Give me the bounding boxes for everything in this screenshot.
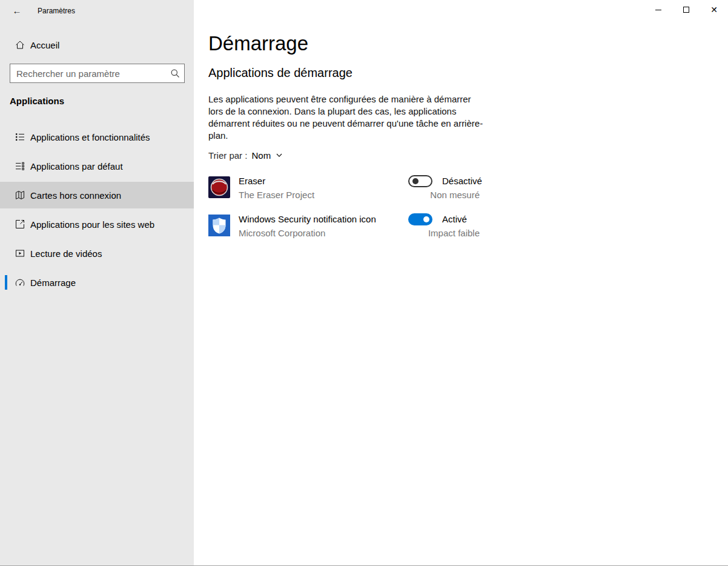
app-name: Windows Security notification icon	[239, 213, 376, 225]
sidebar-item-apps-for-websites[interactable]: Applications pour les sites web	[0, 211, 194, 238]
sidebar-item-home[interactable]: Accueil	[0, 35, 194, 55]
sidebar: ← Paramètres Accueil Applications	[0, 0, 194, 565]
startup-toggle[interactable]	[408, 213, 432, 225]
sidebar-item-label: Accueil	[30, 40, 59, 50]
close-button[interactable]: ✕	[700, 0, 728, 19]
minimize-button[interactable]	[644, 0, 672, 19]
app-publisher: Microsoft Corporation	[239, 227, 376, 239]
maximize-button[interactable]	[672, 0, 700, 19]
settings-window: ← Paramètres Accueil Applications	[0, 0, 728, 566]
minimize-icon	[655, 10, 661, 10]
sort-label: Trier par :	[208, 150, 247, 161]
offline-maps-icon	[15, 190, 25, 200]
sidebar-item-label: Applications pour les sites web	[30, 219, 154, 230]
startup-app-row: Windows Security notification icon Micro…	[208, 213, 481, 241]
windows-security-app-icon	[208, 215, 230, 236]
startup-icon	[15, 278, 25, 287]
impact-label: Impact faible	[408, 227, 480, 239]
toggle-area: Désactivé Non mesuré	[408, 175, 480, 202]
sidebar-item-default-apps[interactable]: Applications par défaut	[0, 153, 194, 179]
sort-row: Trier par : Nom	[208, 150, 283, 161]
window-title: Paramètres	[38, 7, 75, 15]
toggle-knob	[412, 178, 419, 184]
sidebar-item-offline-maps[interactable]: Cartes hors connexion	[0, 182, 194, 208]
apps-for-websites-icon	[15, 219, 25, 229]
page-description: Les applications peuvent être configurée…	[208, 93, 486, 142]
default-apps-icon	[15, 161, 25, 171]
search-box	[10, 64, 185, 83]
search-input[interactable]	[10, 64, 165, 82]
sidebar-item-label: Applications par défaut	[30, 161, 123, 171]
sidebar-item-label: Démarrage	[30, 278, 76, 288]
sort-value: Nom	[251, 150, 271, 161]
startup-toggle[interactable]	[408, 175, 432, 187]
eraser-app-icon	[208, 176, 230, 198]
sidebar-item-video-playback[interactable]: Lecture de vidéos	[0, 240, 194, 267]
page-title: Démarrage	[208, 32, 308, 55]
toggle-state-label: Désactivé	[442, 175, 482, 187]
sidebar-item-label: Applications et fonctionnalités	[30, 132, 150, 142]
sidebar-item-label: Cartes hors connexion	[30, 190, 121, 201]
toggle-area: Activé Impact faible	[408, 213, 480, 240]
chevron-down-icon	[276, 150, 283, 161]
sidebar-item-apps-and-features[interactable]: Applications et fonctionnalités	[0, 124, 194, 150]
section-title: Applications de démarrage	[208, 66, 352, 80]
close-icon: ✕	[710, 5, 718, 14]
app-name: Eraser	[239, 175, 314, 187]
sort-dropdown[interactable]: Nom	[251, 150, 283, 161]
search-icon[interactable]	[170, 68, 180, 78]
sidebar-item-label: Lecture de vidéos	[30, 248, 102, 259]
app-text: Windows Security notification icon Micro…	[239, 213, 376, 239]
video-playback-icon	[15, 248, 25, 258]
toggle-state-label: Activé	[442, 213, 467, 225]
main-content: Démarrage Applications de démarrage Les …	[194, 0, 728, 565]
maximize-icon	[683, 7, 689, 13]
app-publisher: The Eraser Project	[239, 189, 314, 201]
app-text: Eraser The Eraser Project	[239, 175, 314, 201]
window-controls: ✕	[644, 0, 728, 19]
sidebar-section-header: Applications	[10, 96, 64, 106]
home-icon	[15, 40, 25, 50]
apps-and-features-icon	[15, 132, 25, 142]
toggle-knob	[423, 216, 429, 222]
startup-app-row: Eraser The Eraser Project Désactivé Non …	[208, 175, 481, 202]
sidebar-item-startup[interactable]: Démarrage	[0, 269, 194, 296]
back-button[interactable]: ←	[7, 2, 27, 18]
impact-label: Non mesuré	[408, 189, 480, 201]
